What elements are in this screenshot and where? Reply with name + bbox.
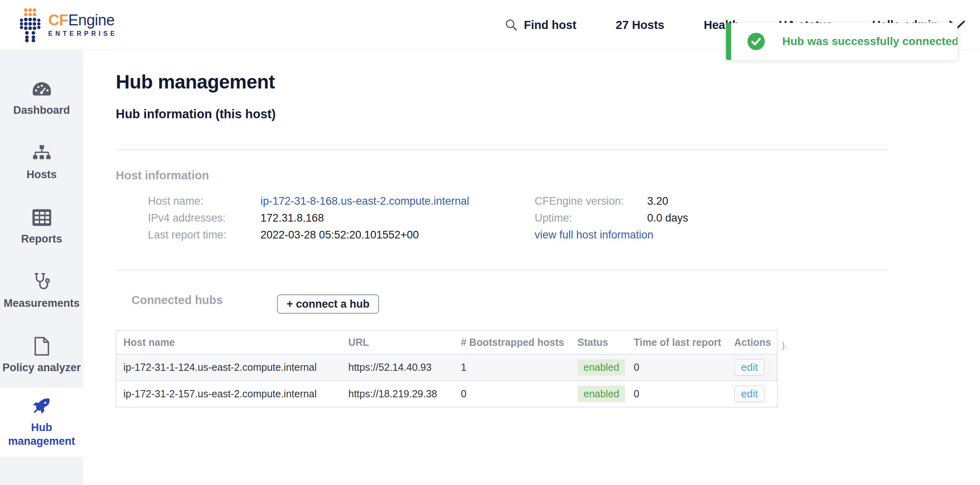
table-row: ip-172-31-2-157.us-east-2.compute.intern… bbox=[116, 381, 777, 407]
ipv4-label: IPv4 addresses: bbox=[148, 212, 260, 225]
cell-url: https://18.219.29.38 bbox=[341, 381, 454, 407]
toast-message: Hub was successfully connected bbox=[782, 35, 957, 48]
sidebar-label-dashboard: Dashboard bbox=[12, 104, 72, 117]
divider bbox=[116, 269, 888, 271]
cfengine-logo[interactable]: CFEngine ENTERPRISE bbox=[19, 7, 117, 43]
last-report-time-label: Last report time: bbox=[148, 228, 260, 242]
rocket-icon bbox=[32, 396, 52, 416]
ipv4-value: 172.31.8.168 bbox=[260, 212, 469, 225]
view-full-host-information-link[interactable]: view full host information bbox=[535, 228, 688, 242]
stethoscope-icon bbox=[32, 272, 52, 292]
cell-last-report: 0 bbox=[627, 354, 727, 381]
host-information-heading: Host information bbox=[116, 169, 209, 182]
hosts-count-label: 27 Hosts bbox=[616, 18, 664, 32]
last-report-time-value: 2022-03-28 05:52:20.101552+00 bbox=[260, 228, 469, 242]
toast-accent-bar bbox=[726, 23, 731, 60]
host-info-right: CFEngine version: 3.20 Uptime: 0.0 days … bbox=[535, 195, 688, 242]
document-icon bbox=[32, 336, 52, 356]
column-status: Status bbox=[570, 331, 627, 354]
column-time-of-last-report: Time of last report bbox=[627, 331, 727, 354]
find-host-label: Find host bbox=[524, 18, 576, 32]
cfengine-version-label: CFEngine version: bbox=[535, 195, 647, 208]
logo-cf: CF bbox=[48, 12, 68, 29]
sidebar-label-measurements: Measurements bbox=[2, 297, 81, 310]
sidebar-label-hosts: Hosts bbox=[25, 168, 58, 182]
connected-hubs-table: Host name URL # Bootstrapped hosts Statu… bbox=[116, 331, 777, 407]
success-toast: Hub was successfully connected bbox=[726, 23, 957, 60]
cell-last-report: 0 bbox=[627, 381, 727, 407]
sidebar-item-policy-analyzer[interactable]: Policy analyzer bbox=[0, 323, 83, 388]
connected-hubs-heading: Connected hubs bbox=[131, 294, 223, 307]
table-header-row: Host name URL # Bootstrapped hosts Statu… bbox=[116, 331, 777, 354]
main-content: Hub management Hub information (this hos… bbox=[83, 50, 980, 485]
host-name-label: Host name: bbox=[148, 195, 260, 208]
sidebar-item-measurements[interactable]: Measurements bbox=[0, 259, 83, 323]
cell-bootstrapped: 0 bbox=[454, 381, 570, 407]
find-host-button[interactable]: Find host bbox=[504, 18, 576, 32]
sidebar-item-hub-management[interactable]: Hub management bbox=[0, 388, 83, 457]
column-actions: Actions bbox=[727, 331, 777, 354]
uptime-label: Uptime: bbox=[535, 212, 647, 225]
column-url: URL bbox=[341, 331, 454, 354]
search-icon bbox=[504, 18, 518, 32]
hub-management-page: CFEngine ENTERPRISE Find host 27 Hosts H… bbox=[0, 0, 980, 485]
table-row: ip-172-31-1-124.us-east-2.compute.intern… bbox=[116, 354, 777, 381]
status-badge: enabled bbox=[578, 359, 625, 376]
host-info-left: Host name: ip-172-31-8-168.us-east-2.com… bbox=[148, 195, 469, 242]
check-circle-icon bbox=[747, 32, 765, 51]
edit-button[interactable]: edit bbox=[734, 386, 765, 402]
sidebar: Dashboard Hosts bbox=[0, 50, 83, 485]
sidebar-label-policy-analyzer: Policy analyzer bbox=[1, 361, 82, 375]
gauge-icon bbox=[32, 79, 52, 99]
status-badge: enabled bbox=[578, 386, 625, 402]
cfengine-robot-icon bbox=[19, 7, 41, 43]
cell-bootstrapped: 1 bbox=[454, 354, 570, 381]
logo-enterprise: ENTERPRISE bbox=[48, 30, 117, 37]
column-bootstrapped-hosts: # Bootstrapped hosts bbox=[454, 331, 570, 354]
cell-host-name: ip-172-31-2-157.us-east-2.compute.intern… bbox=[116, 381, 341, 407]
host-name-link[interactable]: ip-172-31-8-168.us-east-2.compute.intern… bbox=[260, 195, 469, 208]
nav-hosts-count[interactable]: 27 Hosts bbox=[616, 18, 664, 32]
sidebar-item-dashboard[interactable]: Dashboard bbox=[0, 66, 83, 130]
logo-engine: Engine bbox=[68, 12, 115, 29]
stray-text-fragment: ). bbox=[782, 340, 787, 351]
logo-text: CFEngine ENTERPRISE bbox=[48, 12, 117, 37]
sidebar-item-reports[interactable]: Reports bbox=[0, 195, 83, 259]
column-host-name: Host name bbox=[116, 331, 341, 354]
cell-host-name: ip-172-31-1-124.us-east-2.compute.intern… bbox=[116, 354, 341, 381]
sidebar-label-reports: Reports bbox=[19, 232, 64, 246]
sidebar-label-hub-management: Hub management bbox=[0, 421, 83, 448]
divider bbox=[116, 149, 888, 150]
sidebar-item-hosts[interactable]: Hosts bbox=[0, 130, 83, 195]
cfengine-version-value: 3.20 bbox=[647, 195, 688, 208]
page-subtitle: Hub information (this host) bbox=[116, 107, 276, 121]
page-title: Hub management bbox=[116, 71, 275, 93]
sitemap-icon bbox=[32, 143, 52, 163]
edit-button[interactable]: edit bbox=[734, 359, 765, 376]
connect-a-hub-button[interactable]: + connect a hub bbox=[277, 294, 379, 314]
cell-url: https://52.14.40.93 bbox=[341, 354, 454, 381]
uptime-value: 0.0 days bbox=[647, 212, 688, 225]
table-grid-icon bbox=[32, 208, 52, 228]
